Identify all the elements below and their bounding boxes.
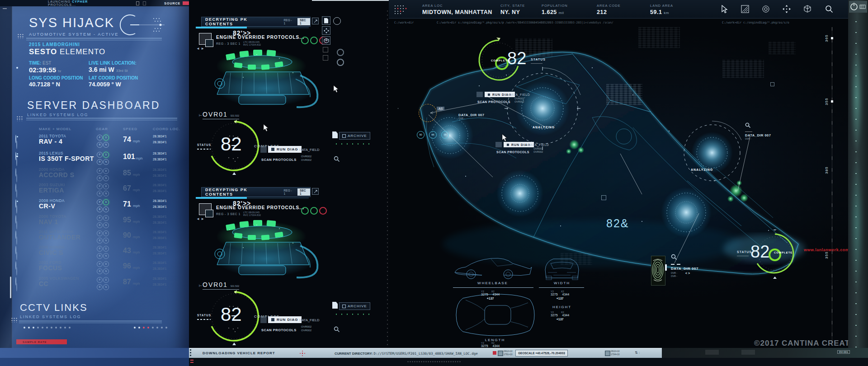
row-bullet[interactable] xyxy=(16,141,17,149)
cctv-dot[interactable] xyxy=(33,327,34,328)
search-icon[interactable] xyxy=(824,4,835,14)
wheel-chip[interactable]: 90 xyxy=(417,131,425,139)
row-bullet[interactable] xyxy=(15,261,16,270)
cctv-dot[interactable] xyxy=(143,327,145,328)
cctv-dot[interactable] xyxy=(161,327,163,328)
power-icon[interactable] xyxy=(849,1,867,13)
row-bullet[interactable] xyxy=(15,152,16,160)
target-icon[interactable] xyxy=(337,59,344,66)
row-bullet[interactable] xyxy=(16,174,17,183)
table-row[interactable]: 2006 TOYOTANAV 1PDRN95mph28.3834'128.383… xyxy=(0,214,189,229)
table-row[interactable]: 2006 HONDAACCORD SPDRN85mph28.3834'128.3… xyxy=(0,167,189,182)
cctv-dot[interactable] xyxy=(42,327,43,328)
search-icon[interactable] xyxy=(745,122,751,128)
cctv-dot[interactable] xyxy=(28,327,30,328)
run-diag-button[interactable]: RUN DIAG xyxy=(268,146,302,153)
gear-indicator[interactable]: PDRN xyxy=(97,135,108,148)
row-bullet[interactable] xyxy=(16,221,17,230)
table-row[interactable]: 2008 HONDACR-VPDRN71mph28.3834'128.3834'… xyxy=(0,198,189,213)
table-row[interactable]: 2011 MITSUBISHIOUTLANDERPDRN90mph28.3834… xyxy=(0,230,189,244)
cctv-dot[interactable] xyxy=(156,327,158,328)
row-bullet[interactable] xyxy=(16,189,17,198)
gear-indicator[interactable]: PDRN xyxy=(97,215,108,228)
fingerprint-scan[interactable] xyxy=(651,256,665,286)
row-bullet[interactable] xyxy=(16,267,17,276)
page-icon[interactable] xyxy=(322,16,330,25)
cctv-dot[interactable] xyxy=(60,327,61,328)
checkbox[interactable] xyxy=(323,47,328,52)
status-light-green[interactable] xyxy=(301,37,309,44)
cctv-dot[interactable] xyxy=(134,327,136,328)
sec-chip[interactable]: SEC 1 xyxy=(297,188,310,196)
row-bullet[interactable] xyxy=(15,215,16,224)
cube-tool-icon[interactable] xyxy=(802,4,813,14)
source-badge[interactable] xyxy=(183,1,189,5)
checkbox[interactable] xyxy=(323,55,328,61)
table-row[interactable]: 2006 HONDACIVIC SPDRN43mph28.3834'128.38… xyxy=(0,245,189,259)
table-row[interactable]: 2005 VOLKSWAGENCCPDRN87mph28.3834'128.38… xyxy=(0,276,189,291)
table-row[interactable]: 2001 FORDFOCUSPDRN96mph28.3834'128.3834'… xyxy=(0,260,189,275)
gear-indicator[interactable]: PDRN xyxy=(97,168,108,181)
cctv-dot[interactable] xyxy=(152,327,154,328)
row-bullet[interactable] xyxy=(15,199,16,208)
row-bullet[interactable] xyxy=(15,277,16,286)
cctv-dot[interactable] xyxy=(69,327,71,328)
row-bullet[interactable] xyxy=(15,168,16,177)
gear-indicator[interactable]: PDRN xyxy=(97,152,108,165)
image-frame-icon[interactable] xyxy=(740,4,750,14)
target-icon[interactable] xyxy=(337,49,344,56)
gear-indicator[interactable]: PDRN xyxy=(97,199,108,212)
cctv-dot[interactable] xyxy=(138,327,140,328)
table-row[interactable]: 2003 SUZUKIERTIGAPDRN67mph28.3834'128.38… xyxy=(0,183,189,197)
row-bullet[interactable] xyxy=(15,230,16,239)
as-chip[interactable]: AS xyxy=(437,107,444,111)
cctv-dot[interactable] xyxy=(37,327,39,328)
target-icon[interactable] xyxy=(760,4,771,14)
row-bullet[interactable] xyxy=(15,183,16,192)
expand-icon[interactable] xyxy=(312,18,319,24)
gear-indicator[interactable]: PDRN xyxy=(97,277,108,290)
status-light-green[interactable] xyxy=(310,207,318,215)
gear-indicator[interactable]: PDRN xyxy=(97,230,108,244)
gear-indicator[interactable]: PDRN xyxy=(97,183,108,197)
move-icon[interactable] xyxy=(322,26,330,35)
row-bullet[interactable] xyxy=(16,252,17,260)
table-row[interactable]: 2015 LEXUSIS 350T F-SPORTPDRN101mph28.38… xyxy=(0,151,189,165)
row-bullet[interactable] xyxy=(15,135,16,143)
cursor-tool-icon[interactable] xyxy=(719,4,730,14)
circle-icon[interactable] xyxy=(333,17,341,25)
row-bullet[interactable] xyxy=(16,205,17,214)
status-light-red[interactable] xyxy=(319,207,327,215)
search-icon[interactable] xyxy=(334,326,340,333)
cctv-dot[interactable] xyxy=(46,327,48,328)
cctv-link-dots[interactable] xyxy=(134,327,167,328)
cctv-link-dots[interactable] xyxy=(24,327,71,328)
table-row[interactable]: 2011 TOYOTARAV - 4PDRN74mph28.3834'128.3… xyxy=(0,134,189,148)
cctv-dot[interactable] xyxy=(64,327,66,328)
decrypt-header[interactable]: DECRYPTING PK CONTENTS REG - 1 SEC 1 xyxy=(201,187,311,197)
cctv-dot[interactable] xyxy=(55,327,57,328)
row-bullet[interactable] xyxy=(16,236,17,245)
cube-icon[interactable] xyxy=(322,36,330,45)
archive-button[interactable]: ARCHIVE xyxy=(339,302,370,310)
gear-indicator[interactable]: PDRN xyxy=(97,246,108,259)
cctv-dot[interactable] xyxy=(51,327,52,328)
sample-rate-tag[interactable]: SAMPLE RATE xyxy=(16,339,67,344)
wheel-chip[interactable]: 98 xyxy=(441,131,449,139)
wheel-chip[interactable]: 96 xyxy=(429,131,437,139)
rail-scroll-indicator[interactable] xyxy=(10,277,11,298)
row-bullet[interactable] xyxy=(15,246,16,254)
row-bullet[interactable] xyxy=(16,158,17,166)
gear-indicator[interactable]: PDRN xyxy=(97,261,108,274)
archive-button[interactable]: ARCHIVE xyxy=(339,132,370,140)
geoloc-chip[interactable]: GEOSCALE +40.47526,-70.204003 xyxy=(515,350,568,357)
expand-icon[interactable] xyxy=(312,188,319,195)
cctv-dot[interactable] xyxy=(24,327,25,328)
run-diag-button[interactable]: RUN DIAG xyxy=(268,316,302,323)
search-icon[interactable] xyxy=(334,156,340,162)
move-tool-icon[interactable] xyxy=(781,4,792,14)
row-bullet[interactable] xyxy=(16,283,17,291)
decrypt-header[interactable]: DECRYPTING PK CONTENTS REG - 1 SEC 1 xyxy=(201,17,311,27)
cctv-dot[interactable] xyxy=(165,327,167,328)
search-icon[interactable] xyxy=(671,254,677,260)
